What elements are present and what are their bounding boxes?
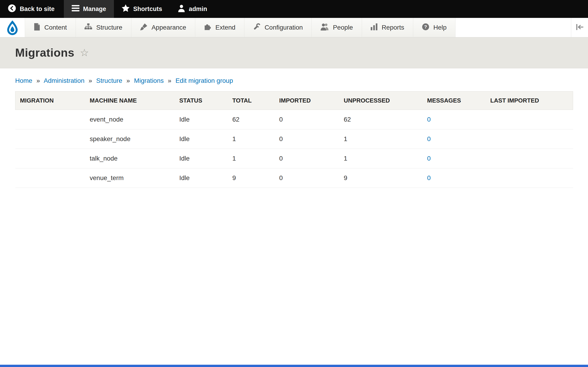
cell-migration [15, 129, 85, 149]
breadcrumb-link-edit-migration-group[interactable]: Edit migration group [175, 77, 233, 84]
breadcrumb-separator: » [88, 77, 92, 84]
breadcrumb-separator: » [36, 77, 40, 84]
back-arrow-icon [8, 4, 16, 14]
cell-migration [15, 110, 85, 129]
tab-label: Configuration [265, 24, 303, 31]
toolbar-tab-reports[interactable]: Reports [362, 18, 413, 37]
cell-total: 62 [228, 110, 275, 129]
manage-label: Manage [83, 6, 106, 13]
table-row: venue_term Idle 9 0 9 0 [15, 168, 573, 188]
toolbar-tab-structure[interactable]: Structure [76, 18, 131, 37]
breadcrumb: Home » Administration » Structure » Migr… [0, 68, 588, 91]
cell-total: 9 [228, 168, 275, 188]
breadcrumb-separator: » [126, 77, 130, 84]
bottom-edge-strip [0, 365, 588, 367]
shortcuts-tab[interactable]: Shortcuts [114, 0, 170, 18]
collapse-left-icon [576, 24, 584, 31]
cell-machine-name: speaker_node [85, 129, 175, 149]
barchart-icon [371, 23, 378, 32]
header-machine-name: MACHINE NAME [85, 92, 175, 110]
username-label: admin [189, 6, 207, 13]
tab-label: People [333, 24, 353, 31]
cell-status: Idle [175, 168, 228, 188]
toolbar-orientation-toggle[interactable] [571, 18, 588, 37]
cell-machine-name: event_node [85, 110, 175, 129]
paintbrush-icon [140, 23, 147, 32]
header-migration: MIGRATION [15, 92, 85, 110]
cell-status: Idle [175, 149, 228, 168]
cell-messages: 0 [423, 110, 486, 129]
shortcuts-label: Shortcuts [133, 6, 162, 13]
header-messages: MESSAGES [423, 92, 486, 110]
breadcrumb-link-structure[interactable]: Structure [96, 77, 122, 84]
toolbar-spacer [456, 18, 571, 37]
messages-link[interactable]: 0 [427, 116, 431, 123]
cell-imported: 0 [275, 110, 339, 129]
tab-label: Extend [216, 24, 235, 31]
cell-last-imported [486, 149, 573, 168]
tab-label: Help [433, 24, 447, 31]
table-row: speaker_node Idle 1 0 1 0 [15, 129, 573, 149]
cell-messages: 0 [423, 149, 486, 168]
back-to-site-label: Back to site [20, 6, 55, 13]
toolbar-tab-content[interactable]: Content [25, 18, 76, 37]
migrations-table-header: MIGRATION MACHINE NAME STATUS TOTAL IMPO… [15, 92, 573, 110]
breadcrumb-separator: » [168, 77, 172, 84]
cell-migration [15, 149, 85, 168]
cell-machine-name: talk_node [85, 149, 175, 168]
cell-status: Idle [175, 110, 228, 129]
svg-text:?: ? [424, 24, 427, 29]
drupal-logo [0, 18, 25, 37]
cell-status: Idle [175, 129, 228, 149]
manage-tab[interactable]: Manage [64, 0, 114, 18]
people-icon [320, 23, 329, 32]
breadcrumb-link-migrations[interactable]: Migrations [134, 77, 164, 84]
tab-label: Content [44, 24, 67, 31]
user-account-tab[interactable]: admin [170, 0, 215, 18]
toolbar-tab-configuration[interactable]: Configuration [244, 18, 312, 37]
admin-bar: Back to site Manage Shortcuts admin [0, 0, 588, 18]
star-icon [122, 4, 130, 14]
messages-link[interactable]: 0 [427, 135, 431, 142]
cell-total: 1 [228, 129, 275, 149]
cell-machine-name: venue_term [85, 168, 175, 188]
breadcrumb-link-home[interactable]: Home [15, 77, 32, 84]
toolbar-tab-appearance[interactable]: Appearance [131, 18, 195, 37]
tab-label: Structure [96, 24, 122, 31]
toolbar-tab-people[interactable]: People [311, 18, 362, 37]
cell-unprocessed: 1 [339, 149, 423, 168]
sitemap-icon [85, 23, 92, 32]
back-to-site-button[interactable]: Back to site [0, 0, 62, 18]
header-imported: IMPORTED [275, 92, 339, 110]
page-header: Migrations ☆ [0, 37, 588, 68]
tab-label: Reports [382, 24, 404, 31]
cell-unprocessed: 62 [339, 110, 423, 129]
user-icon [178, 4, 185, 14]
toolbar-tab-extend[interactable]: Extend [195, 18, 244, 37]
cell-unprocessed: 1 [339, 129, 423, 149]
hamburger-menu-icon [72, 5, 79, 13]
page-title: Migrations [15, 46, 74, 59]
cell-imported: 0 [275, 168, 339, 188]
header-total: TOTAL [228, 92, 275, 110]
header-unprocessed: UNPROCESSED [339, 92, 423, 110]
header-status: STATUS [175, 92, 228, 110]
puzzle-icon [204, 23, 211, 32]
messages-link[interactable]: 0 [427, 174, 431, 181]
help-icon: ? [422, 23, 429, 32]
cell-total: 1 [228, 149, 275, 168]
cell-last-imported [486, 110, 573, 129]
wrench-icon [253, 23, 260, 32]
migrations-table-body: event_node Idle 62 0 62 0 speaker_node I… [15, 110, 573, 188]
file-icon [34, 23, 40, 32]
cell-migration [15, 168, 85, 188]
admin-toolbar: Content Structure Appearance Extend Conf… [0, 18, 588, 37]
table-row: talk_node Idle 1 0 1 0 [15, 149, 573, 168]
breadcrumb-link-administration[interactable]: Administration [44, 77, 84, 84]
toolbar-tab-help[interactable]: ? Help [413, 18, 456, 37]
table-row: event_node Idle 62 0 62 0 [15, 110, 573, 129]
header-last-imported: LAST IMPORTED [486, 92, 573, 110]
messages-link[interactable]: 0 [427, 155, 431, 162]
favorite-star-icon[interactable]: ☆ [80, 48, 89, 58]
tab-label: Appearance [152, 24, 186, 31]
